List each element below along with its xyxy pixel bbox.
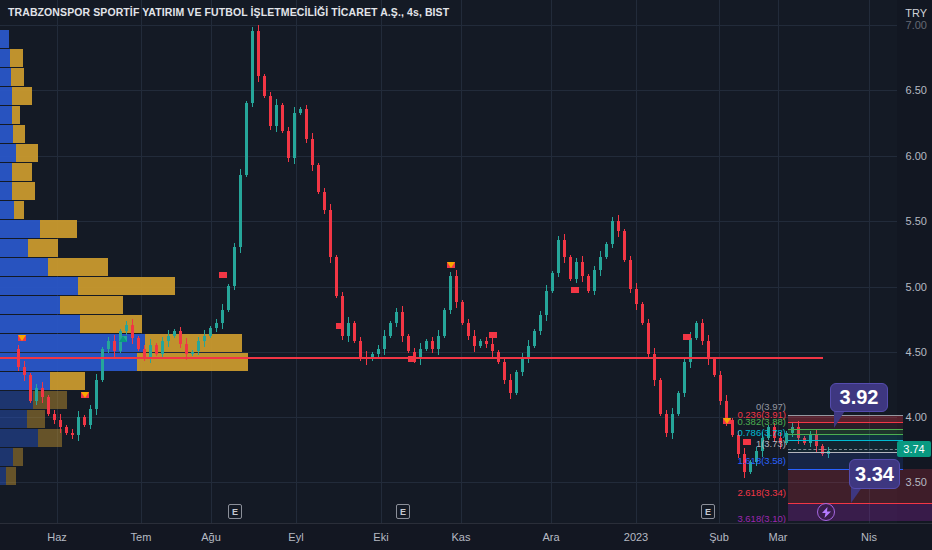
candle (185, 344, 188, 354)
fib-level-label: 2.618(3.34) (737, 487, 786, 498)
candle (293, 113, 296, 158)
volume-profile-sell-bar (27, 410, 45, 428)
sell-arrow-icon[interactable] (81, 392, 89, 398)
candle (125, 325, 128, 330)
candle (65, 427, 68, 432)
volume-profile-sell-bar (38, 429, 62, 447)
earnings-icon[interactable]: E (701, 504, 715, 519)
time-tick-label: Ağu (201, 531, 221, 543)
sell-arrow-icon[interactable] (683, 334, 691, 340)
candle (77, 417, 80, 435)
earnings-icon[interactable]: E (228, 504, 242, 519)
buy-arrow-icon[interactable] (119, 336, 127, 342)
candle (539, 315, 542, 331)
candle (443, 310, 446, 336)
candle (299, 109, 302, 113)
sell-arrow-icon[interactable] (723, 418, 731, 424)
earnings-icon[interactable]: E (396, 504, 410, 519)
candle (455, 276, 458, 302)
volume-profile-row (0, 277, 175, 295)
candle (317, 165, 320, 191)
volume-profile-sell-bar (48, 258, 108, 276)
sell-arrow-icon[interactable] (571, 287, 579, 293)
sell-arrow-icon[interactable] (219, 272, 227, 278)
fib-fill-band (788, 503, 932, 521)
candle (665, 414, 668, 432)
volume-profile-row (0, 220, 77, 238)
volume-profile-buy-bar (0, 239, 28, 257)
sell-arrow-icon[interactable] (489, 332, 497, 338)
time-tick-label: 2023 (624, 531, 648, 543)
fib-level-label: 1.618(3.58) (737, 455, 786, 466)
price-callout-label[interactable]: 3.34 (849, 459, 900, 489)
candle (611, 221, 614, 245)
horizontal-gridline (0, 25, 897, 26)
sell-arrow-icon[interactable] (408, 356, 416, 362)
candle (161, 341, 164, 354)
volume-profile-row (0, 467, 16, 485)
candle (47, 397, 50, 414)
price-tick-label: 6.50 (906, 84, 927, 96)
fib-level-line (788, 503, 932, 504)
candle (311, 139, 314, 165)
candle (677, 393, 680, 414)
sell-arrow-icon[interactable] (18, 335, 26, 341)
candle (731, 420, 734, 436)
price-callout-label[interactable]: 3.92 (830, 383, 888, 412)
candle (515, 372, 518, 393)
volume-profile-sell-bar (50, 372, 85, 390)
vertical-gridline (296, 0, 297, 523)
fib-level-line (788, 440, 903, 441)
volume-profile-sell-bar (12, 163, 32, 181)
sell-arrow-icon[interactable] (336, 323, 344, 329)
candle (143, 349, 146, 357)
time-tick-label: Ara (542, 531, 559, 543)
trading-chart-window: 0(3.97)0.236(3.91)0.382(3.88)0.786(3.78)… (0, 0, 932, 550)
candle (257, 31, 260, 77)
volume-profile-row (0, 353, 248, 371)
chart-pane[interactable]: 0(3.97)0.236(3.91)0.382(3.88)0.786(3.78)… (0, 0, 932, 523)
fib-fill-band (788, 440, 903, 452)
volume-profile-row (0, 163, 32, 181)
symbol-title[interactable]: TRABZONSPOR SPORTİF YATIRIM VE FUTBOL İŞ… (8, 6, 449, 18)
candle (347, 323, 350, 336)
volume-profile-sell-bar (16, 144, 38, 162)
fib-level-label: 0.786(3.78) (737, 427, 786, 438)
candle (479, 341, 482, 346)
time-tick-label: Eyl (288, 531, 303, 543)
volume-profile-sell-bar (10, 49, 23, 67)
candle (95, 380, 98, 409)
horizontal-gridline (0, 221, 897, 222)
candle (23, 367, 26, 375)
candle (377, 349, 380, 354)
candle (557, 240, 560, 273)
candle (473, 336, 476, 346)
candle (431, 341, 434, 349)
candle (383, 336, 386, 349)
lightning-icon[interactable] (817, 503, 835, 521)
volume-profile-row (0, 258, 108, 276)
horizontal-gridline (0, 482, 897, 483)
candle (719, 375, 722, 401)
volume-profile-row (0, 49, 23, 67)
volume-profile-buy-bar (0, 106, 12, 124)
sell-arrow-icon[interactable] (447, 262, 455, 268)
horizontal-gridline (0, 90, 897, 91)
volume-profile-buy-bar (0, 353, 137, 371)
sell-arrow-icon[interactable] (743, 439, 751, 445)
volume-profile-row (0, 448, 23, 466)
candle (167, 336, 170, 341)
volume-profile-sell-bar (40, 220, 77, 238)
volume-profile-sell-bar (145, 334, 242, 352)
candle (107, 341, 110, 349)
vertical-gridline (381, 0, 382, 523)
horizontal-gridline (0, 156, 897, 157)
candle (683, 362, 686, 393)
fib-level-line (788, 452, 903, 453)
time-tick-label: Tem (131, 531, 152, 543)
time-tick-label: Eki (373, 531, 388, 543)
candle (245, 103, 248, 175)
candle (269, 96, 272, 126)
candle (389, 323, 392, 336)
volume-profile-buy-bar (0, 220, 40, 238)
